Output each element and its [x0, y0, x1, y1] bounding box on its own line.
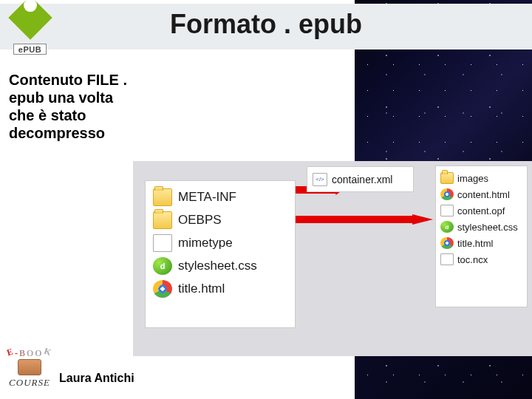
file-icon — [153, 234, 172, 252]
file-list-meta-inf: container.xml — [307, 166, 414, 192]
course-arc-text: E-BOOK — [7, 348, 52, 359]
list-item: OEBPS — [153, 211, 287, 229]
file-label: toc.ncx — [457, 254, 488, 265]
folder-icon — [440, 172, 454, 184]
course-logo: E-BOOK COURSE — [7, 348, 52, 389]
list-item: title.html — [440, 237, 522, 249]
list-item: images — [440, 172, 522, 184]
file-label: OEBPS — [178, 213, 222, 228]
chrome-icon — [153, 280, 172, 298]
chrome-icon — [440, 237, 454, 249]
author-name: Laura Antichi — [59, 372, 134, 385]
list-item: stylesheet.css — [153, 257, 287, 275]
epub-logo-text: ePUB — [13, 44, 47, 55]
file-list-oebps: images content.html content.opf styleshe… — [435, 166, 528, 307]
list-item: content.opf — [440, 205, 522, 216]
file-label: META-INF — [178, 190, 236, 205]
list-item: container.xml — [313, 173, 392, 186]
body-description: Contenuto FILE . epub una volta che è st… — [9, 71, 134, 142]
file-label: title.html — [457, 238, 493, 249]
file-label: content.html — [457, 189, 510, 200]
list-item: content.html — [440, 188, 522, 200]
file-label: mimetype — [178, 236, 233, 250]
file-label: stylesheet.css — [178, 259, 257, 273]
list-item: toc.ncx — [440, 253, 522, 265]
file-label: stylesheet.css — [457, 222, 518, 233]
list-item: META-INF — [153, 188, 287, 206]
folder-icon — [153, 211, 172, 229]
folder-icon — [153, 188, 172, 206]
slide-title: Formato . epub — [0, 9, 532, 40]
file-icon — [440, 205, 454, 216]
arrow-oebps — [296, 214, 433, 225]
course-label: COURSE — [9, 377, 50, 389]
file-list-root: META-INF OEBPS mimetype stylesheet.css t… — [145, 180, 296, 328]
file-label: content.opf — [457, 205, 505, 216]
xml-file-icon — [313, 173, 327, 186]
css-icon — [440, 221, 454, 233]
book-icon — [18, 359, 41, 375]
file-label: images — [457, 173, 488, 184]
list-item: stylesheet.css — [440, 221, 522, 233]
file-label: title.html — [178, 282, 225, 296]
chrome-icon — [440, 188, 454, 200]
css-icon — [153, 257, 172, 275]
list-item: title.html — [153, 280, 287, 298]
file-label: container.xml — [332, 174, 392, 185]
list-item: mimetype — [153, 234, 287, 252]
file-icon — [440, 253, 454, 265]
